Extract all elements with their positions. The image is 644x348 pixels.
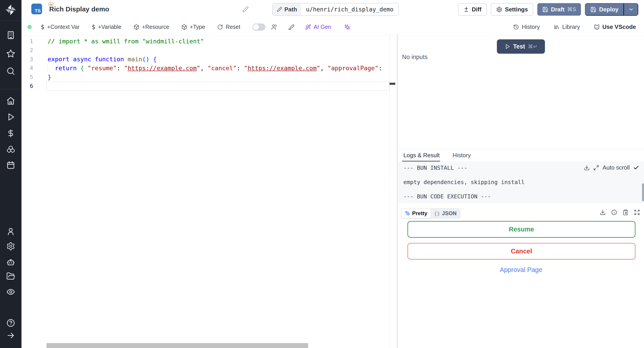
log-scrollbar[interactable]: [642, 184, 644, 201]
auto-scroll-label: Auto scroll: [603, 164, 630, 171]
path-value[interactable]: u/henri/rich_display_demo: [301, 3, 398, 16]
history-icon: [513, 24, 519, 30]
code-editor[interactable]: 123456 // import * as wmill from "windmi…: [22, 35, 397, 348]
draft-button-label: Draft: [551, 6, 564, 13]
deploy-dropdown-button[interactable]: [624, 3, 638, 16]
sidebar-item-audit-logs[interactable]: [4, 287, 18, 297]
code-line[interactable]: export async function main() {: [48, 55, 390, 64]
sidebar-item-help[interactable]: [4, 318, 18, 328]
ai-gen-button[interactable]: AI Gen: [305, 24, 331, 30]
help-circle-icon: [6, 318, 15, 328]
path-control[interactable]: Path u/henri/rich_display_demo: [272, 3, 399, 16]
pretty-view-button[interactable]: Pretty: [402, 209, 431, 218]
download-logs-button[interactable]: [584, 165, 590, 171]
sidebar-item-favorites[interactable]: [4, 48, 18, 58]
history-button[interactable]: History: [513, 24, 540, 30]
expand-result-button[interactable]: [634, 209, 640, 216]
diff-button[interactable]: Diff: [458, 3, 487, 16]
boxes-icon: [6, 145, 15, 154]
use-vscode-button[interactable]: Use VScode: [594, 24, 636, 30]
code-line[interactable]: [48, 82, 390, 90]
sidebar-item-workers[interactable]: [4, 257, 18, 267]
folder-open-icon: [6, 272, 15, 281]
sidebar-item-users[interactable]: [4, 226, 18, 236]
cancel-button[interactable]: Cancel: [408, 243, 636, 260]
multiplayer-button[interactable]: [271, 24, 278, 30]
library-button[interactable]: Library: [554, 24, 580, 30]
expand-logs-button[interactable]: [593, 165, 599, 171]
calendar-icon: [6, 160, 15, 170]
sidebar-expand-button[interactable]: [4, 330, 18, 340]
line-number: 4: [22, 64, 33, 73]
test-shortcut: ⌘↵: [528, 44, 537, 50]
test-button[interactable]: Test ⌘↵: [497, 39, 545, 54]
auto-scroll-checkbox[interactable]: [633, 165, 639, 171]
ai-assistant-button[interactable]: [344, 24, 350, 30]
add-context-var-button[interactable]: $ +Context Var: [41, 23, 80, 31]
home-icon: [6, 96, 15, 105]
approval-page-link[interactable]: Approval Page: [398, 266, 644, 274]
use-vscode-label: Use VScode: [602, 24, 636, 30]
sidebar-divider: [0, 89, 22, 89]
log-line: --- BUN INSTALL ---: [404, 164, 524, 171]
sidebar-item-variables[interactable]: [4, 128, 18, 138]
code-line[interactable]: }: [48, 73, 390, 82]
reset-button[interactable]: Reset: [217, 24, 240, 30]
add-type-button[interactable]: +Type: [181, 24, 205, 30]
sidebar-item-search[interactable]: [4, 66, 18, 76]
tab-history[interactable]: History: [452, 152, 471, 159]
sidebar-item-workspace[interactable]: [4, 30, 18, 40]
reset-label: Reset: [226, 24, 240, 30]
add-variable-button[interactable]: $ +Variable: [92, 23, 122, 31]
format-code-button[interactable]: [288, 24, 294, 30]
history-label: History: [522, 24, 540, 30]
typescript-badge-label: TS: [35, 8, 41, 14]
copy-result-button[interactable]: [622, 209, 628, 216]
code-line[interactable]: // import * as wmill from "windmill-clie…: [48, 37, 390, 46]
line-number: 6: [22, 82, 33, 90]
sidebar-item-folders[interactable]: [4, 271, 18, 281]
library-icon: [554, 24, 560, 30]
code-line[interactable]: [48, 46, 390, 55]
toolbar-right: History Library Use VScode: [499, 24, 636, 30]
braces-icon: {}: [434, 211, 440, 216]
draft-button[interactable]: Draft ⌘S: [537, 3, 581, 16]
robot-icon: [6, 258, 15, 266]
tab-logs-result[interactable]: Logs & Result: [404, 152, 440, 159]
library-label: Library: [562, 24, 580, 30]
dollar-icon: $: [92, 23, 96, 31]
result-info-button[interactable]: [611, 209, 617, 216]
deploy-button-label: Deploy: [599, 6, 618, 13]
json-view-button[interactable]: {} JSON: [431, 209, 460, 218]
sidebar-item-settings[interactable]: [4, 241, 18, 251]
line-number-gutter: 123456: [22, 37, 33, 90]
sidebar-item-runs[interactable]: [4, 112, 18, 122]
deploy-button[interactable]: Deploy: [585, 3, 624, 16]
editor-horizontal-scrollbar[interactable]: [46, 343, 308, 348]
settings-button[interactable]: Settings: [491, 3, 533, 16]
users-icon: [271, 24, 278, 30]
sidebar-item-home[interactable]: [4, 96, 18, 106]
chevron-down-icon: [628, 6, 634, 12]
windmill-logo-icon: [5, 4, 17, 16]
path-label: Path: [284, 6, 297, 13]
user-icon: [6, 227, 15, 236]
windmill-logo[interactable]: [4, 4, 17, 16]
package-icon: [134, 24, 139, 30]
code-line[interactable]: return { "resume": "https://example.com"…: [48, 64, 390, 73]
add-resource-button[interactable]: +Resource: [134, 24, 169, 30]
eye-icon: [6, 288, 15, 296]
dollar-icon: [6, 129, 15, 138]
add-variable-label: +Variable: [98, 24, 121, 30]
result-view-switch: Pretty {} JSON: [401, 208, 461, 219]
sidebar-divider: [0, 20, 22, 21]
diff-mode-toggle[interactable]: [252, 24, 266, 31]
resume-button[interactable]: Resume: [408, 221, 636, 238]
sidebar-item-resources[interactable]: [4, 144, 18, 154]
code-content[interactable]: // import * as wmill from "windmill-clie…: [48, 37, 390, 90]
sidebar-item-schedules[interactable]: [4, 160, 18, 170]
edit-title-button[interactable]: [242, 6, 249, 13]
download-result-button[interactable]: [600, 209, 606, 216]
magic-wand-icon: [305, 24, 311, 30]
building-icon: [6, 31, 15, 40]
